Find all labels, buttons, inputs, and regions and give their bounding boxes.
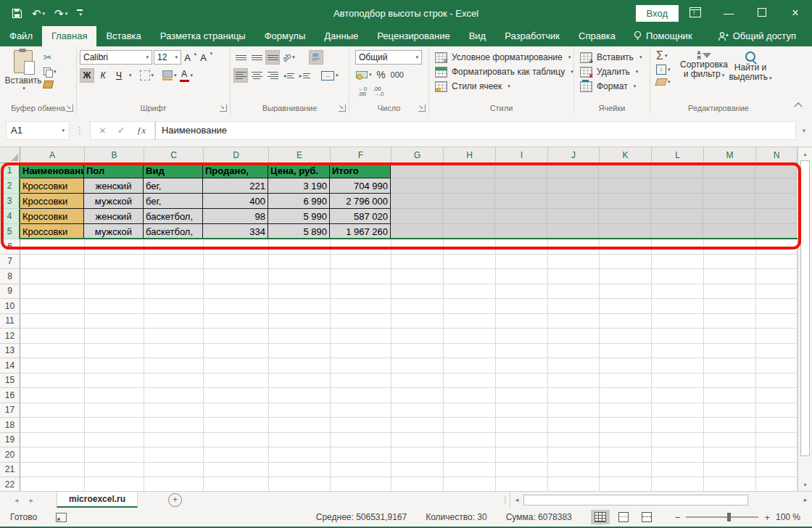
cell-A22[interactable] bbox=[20, 477, 85, 491]
cell-G11[interactable] bbox=[392, 314, 444, 329]
cell-G10[interactable] bbox=[392, 299, 444, 314]
cell-M16[interactable] bbox=[704, 388, 756, 403]
row-header-22[interactable]: 22 bbox=[0, 477, 20, 491]
cell-N11[interactable] bbox=[756, 314, 798, 329]
cell-N3[interactable] bbox=[755, 194, 797, 209]
cell-F4[interactable]: 587 020 bbox=[330, 209, 391, 224]
new-sheet-button[interactable]: + bbox=[168, 493, 182, 507]
row-header-11[interactable]: 11 bbox=[0, 314, 20, 329]
cell-H8[interactable] bbox=[444, 269, 496, 284]
cell-F2[interactable]: 704 990 bbox=[330, 178, 391, 194]
cell-A20[interactable] bbox=[20, 447, 85, 463]
cell-J8[interactable] bbox=[548, 269, 600, 284]
cell-H16[interactable] bbox=[444, 388, 496, 403]
tab-review[interactable]: Рецензирование bbox=[368, 26, 459, 46]
cell-D4[interactable]: 98 bbox=[203, 209, 268, 224]
cell-M17[interactable] bbox=[704, 403, 756, 418]
cell-D14[interactable] bbox=[204, 358, 269, 374]
column-header-K[interactable]: K bbox=[600, 147, 652, 163]
cell-N17[interactable] bbox=[756, 403, 798, 418]
row-header-13[interactable]: 13 bbox=[0, 344, 20, 359]
cell-G8[interactable] bbox=[392, 269, 444, 284]
cell-E10[interactable] bbox=[269, 299, 331, 314]
column-header-H[interactable]: H bbox=[444, 147, 496, 163]
cell-D17[interactable] bbox=[204, 403, 269, 418]
cell-H5[interactable] bbox=[443, 224, 495, 239]
cell-K4[interactable] bbox=[599, 209, 651, 224]
find-select-button[interactable]: Найти и выделить▾ bbox=[727, 50, 774, 86]
cell-E7[interactable] bbox=[269, 255, 331, 270]
cell-L17[interactable] bbox=[652, 403, 704, 418]
cell-D6[interactable] bbox=[204, 239, 269, 255]
cell-I7[interactable] bbox=[496, 255, 548, 270]
cell-G2[interactable] bbox=[391, 178, 443, 194]
column-header-G[interactable]: G bbox=[392, 147, 444, 163]
cell-L12[interactable] bbox=[652, 329, 704, 344]
cell-B18[interactable] bbox=[85, 418, 144, 433]
cell-M20[interactable] bbox=[704, 447, 756, 463]
cell-G15[interactable] bbox=[392, 374, 444, 389]
cell-N4[interactable] bbox=[755, 209, 797, 224]
cell-F11[interactable] bbox=[331, 314, 392, 329]
zoom-slider-thumb[interactable] bbox=[727, 513, 731, 521]
cell-K3[interactable] bbox=[599, 194, 651, 209]
cell-K20[interactable] bbox=[600, 447, 652, 463]
cell-J16[interactable] bbox=[548, 388, 600, 403]
cell-H21[interactable] bbox=[444, 463, 496, 478]
cell-N20[interactable] bbox=[756, 447, 798, 463]
cell-H19[interactable] bbox=[444, 433, 496, 448]
tab-help[interactable]: Справка bbox=[569, 26, 625, 46]
cell-A13[interactable] bbox=[20, 344, 85, 359]
accounting-format-button[interactable]: ▾ bbox=[355, 67, 373, 82]
cell-L19[interactable] bbox=[652, 433, 704, 448]
cell-D9[interactable] bbox=[204, 284, 269, 300]
cell-C5[interactable]: баскетбол, bbox=[144, 224, 203, 239]
cell-C19[interactable] bbox=[144, 433, 204, 448]
cell-A18[interactable] bbox=[20, 418, 85, 433]
save-icon[interactable] bbox=[12, 8, 22, 19]
cell-N21[interactable] bbox=[756, 463, 798, 478]
cell-I16[interactable] bbox=[496, 388, 548, 403]
cell-B5[interactable]: мужской bbox=[84, 224, 144, 239]
tab-home[interactable]: Главная bbox=[42, 26, 96, 46]
cell-G3[interactable] bbox=[391, 194, 443, 209]
cell-M1[interactable] bbox=[703, 163, 755, 178]
cell-M4[interactable] bbox=[703, 209, 755, 224]
wrap-text-button[interactable]: abc↵ bbox=[309, 50, 323, 65]
column-header-D[interactable]: D bbox=[204, 147, 269, 163]
cell-B6[interactable] bbox=[85, 239, 144, 255]
tab-data[interactable]: Данные bbox=[315, 26, 368, 46]
cell-G12[interactable] bbox=[392, 329, 444, 344]
align-top-button[interactable] bbox=[233, 50, 248, 65]
cell-L8[interactable] bbox=[652, 269, 704, 284]
cell-A14[interactable] bbox=[20, 358, 85, 374]
tab-developer[interactable]: Разработчик bbox=[495, 26, 569, 46]
cell-G21[interactable] bbox=[392, 463, 444, 478]
cell-G16[interactable] bbox=[392, 388, 444, 403]
row-header-18[interactable]: 18 bbox=[0, 418, 20, 433]
cell-K10[interactable] bbox=[600, 299, 652, 314]
cell-L21[interactable] bbox=[652, 463, 704, 478]
cell-D1[interactable]: Продано, bbox=[203, 163, 268, 178]
cell-E18[interactable] bbox=[269, 418, 331, 433]
cell-D3[interactable]: 400 bbox=[203, 194, 268, 209]
cancel-entry-icon[interactable]: × bbox=[99, 124, 106, 136]
format-painter-icon[interactable] bbox=[43, 81, 54, 88]
cell-L10[interactable] bbox=[652, 299, 704, 314]
cell-K6[interactable] bbox=[600, 239, 652, 255]
cell-I17[interactable] bbox=[496, 403, 548, 418]
cell-K18[interactable] bbox=[600, 418, 652, 433]
cell-F5[interactable]: 1 967 260 bbox=[330, 224, 391, 239]
cell-E6[interactable] bbox=[269, 239, 331, 255]
select-all-button[interactable] bbox=[0, 147, 20, 163]
cell-J4[interactable] bbox=[547, 209, 599, 224]
cell-L20[interactable] bbox=[652, 447, 704, 463]
cell-K12[interactable] bbox=[600, 329, 652, 344]
font-dialog-launcher[interactable]: ↘ bbox=[220, 104, 227, 112]
cell-G4[interactable] bbox=[391, 209, 443, 224]
number-format-combo[interactable]: Общий▾ bbox=[355, 50, 422, 65]
cell-G17[interactable] bbox=[392, 403, 444, 418]
cell-H15[interactable] bbox=[444, 374, 496, 389]
cell-E13[interactable] bbox=[269, 344, 331, 359]
expand-formula-bar-icon[interactable]: ▾ bbox=[796, 127, 812, 134]
